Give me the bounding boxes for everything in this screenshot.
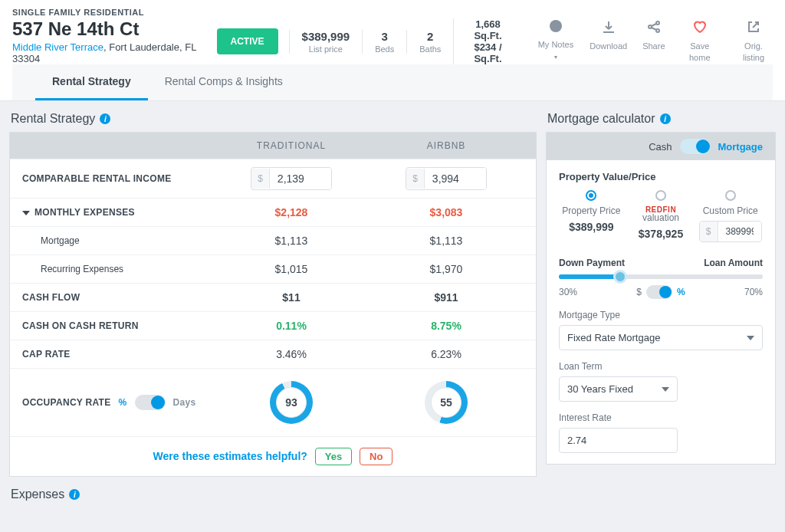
expenses-title: Expenses i — [11, 488, 537, 501]
row-occupancy: OCCUPANCY RATE — [22, 397, 111, 408]
property-type: SINGLE FAMILY RESIDENTIAL — [12, 8, 773, 17]
down-payment-label: Down Payment — [559, 258, 625, 268]
feedback-no-button[interactable]: No — [360, 448, 392, 465]
chevron-down-icon — [22, 211, 30, 215]
airbnb-exp: $3,083 — [369, 206, 524, 218]
mortgage-label: Mortgage — [718, 141, 764, 153]
heart-icon — [681, 20, 720, 38]
custom-price-input[interactable]: $ — [699, 221, 762, 242]
down-payment-slider[interactable] — [559, 274, 763, 279]
save-home-button[interactable]: Save home — [681, 20, 720, 63]
tab-rental-comps[interactable]: Rental Comps & Insights — [148, 64, 300, 100]
pv-property-price[interactable]: Property Price $389,999 — [559, 190, 624, 242]
loan-term-label: Loan Term — [559, 361, 763, 372]
neighborhood-link[interactable]: Middle River Terrace — [12, 41, 103, 53]
row-caprate: CAP RATE — [22, 349, 214, 360]
interest-rate-label: Interest Rate — [559, 412, 763, 423]
airbnb-occupancy-donut: 55 — [425, 381, 468, 424]
mortgage-calc-title: Mortgage calculator i — [547, 112, 776, 126]
feedback-question: Were these estimates helpful? — [153, 450, 307, 462]
occ-pct-label: % — [119, 397, 127, 408]
status-badge: ACTIVE — [217, 28, 278, 54]
row-cashflow: CASH FLOW — [22, 292, 214, 303]
info-icon[interactable]: i — [69, 489, 80, 500]
cash-mortgage-toggle[interactable] — [680, 139, 711, 154]
row-recurring: Recurring Expenses — [22, 264, 214, 274]
download-button[interactable]: Download — [590, 20, 627, 63]
external-link-icon — [734, 20, 773, 38]
svg-point-2 — [656, 29, 659, 32]
row-comp-rent: COMPARABLE RENTAL INCOME — [22, 173, 214, 184]
info-icon[interactable]: i — [660, 113, 671, 124]
interest-rate-input[interactable] — [559, 428, 678, 453]
dollar-pct-toggle[interactable] — [646, 285, 672, 299]
stat-beds: 3 Beds — [362, 30, 406, 54]
address-title: 537 Ne 14th Ct — [12, 18, 217, 40]
loan-amount-label: Loan Amount — [704, 258, 763, 268]
chevron-down-icon — [747, 336, 754, 340]
chevron-down-icon — [662, 387, 669, 392]
radio-icon — [586, 190, 596, 201]
address-subtitle: Middle River Terrace, Fort Lauderdale, F… — [12, 41, 217, 64]
rental-strategy-title: Rental Strategy i — [11, 112, 537, 126]
my-notes-button[interactable]: My Notes ▾ — [537, 20, 575, 63]
orig-listing-button[interactable]: Orig. listing — [734, 20, 773, 63]
radio-icon — [725, 190, 736, 201]
feedback-yes-button[interactable]: Yes — [315, 448, 352, 465]
trad-rent-input[interactable]: $ — [251, 167, 332, 190]
pv-custom[interactable]: Custom Price $ — [698, 190, 763, 242]
tab-rental-strategy[interactable]: Rental Strategy — [35, 64, 148, 100]
stat-list-price: $389,999 List price — [289, 30, 363, 54]
mortgage-type-select[interactable]: Fixed Rate Mortgage — [559, 325, 763, 350]
svg-point-0 — [656, 21, 659, 25]
occ-days-label: Days — [173, 397, 196, 408]
notes-icon — [537, 20, 575, 36]
occupancy-toggle[interactable] — [135, 395, 166, 410]
mortgage-type-label: Mortgage Type — [559, 310, 763, 320]
share-icon — [642, 20, 665, 38]
row-cocr: CASH ON CASH RETURN — [22, 320, 214, 331]
share-button[interactable]: Share — [642, 20, 665, 63]
radio-icon — [655, 190, 666, 201]
trad-occupancy-donut: 93 — [270, 381, 313, 424]
stat-baths: 2 Baths — [406, 30, 453, 54]
col-airbnb: AIRBNB — [369, 140, 524, 151]
svg-point-1 — [649, 25, 652, 28]
pv-redfin[interactable]: REDFIN valuation $378,925 — [629, 190, 694, 242]
cash-label: Cash — [649, 141, 672, 153]
stat-sqft: 1,668 Sq.Ft. $234 / Sq.Ft. — [453, 18, 521, 64]
row-monthly-exp[interactable]: MONTHLY EXPENSES — [22, 207, 214, 218]
loan-term-select[interactable]: 30 Years Fixed — [559, 376, 678, 402]
property-value-title: Property Value/Price — [559, 171, 763, 182]
info-icon[interactable]: i — [100, 113, 110, 124]
row-mortgage: Mortgage — [22, 235, 214, 246]
trad-exp: $2,128 — [214, 206, 369, 218]
download-icon — [590, 20, 627, 38]
airbnb-rent-input[interactable]: $ — [406, 167, 487, 190]
col-traditional: TRADITIONAL — [214, 140, 369, 151]
